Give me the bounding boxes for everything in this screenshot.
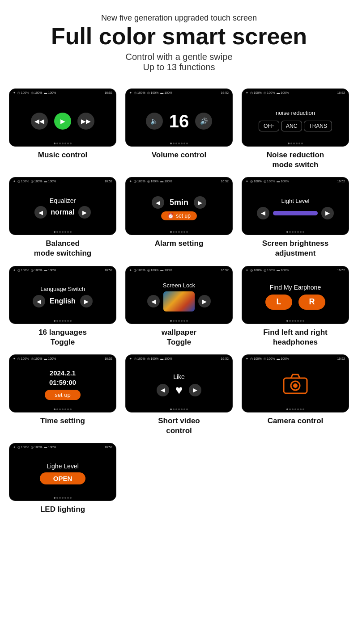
play-button[interactable]: ▶ [54,113,71,130]
status-bar-2: ✦ ◷ 100% ◎ 100% ▬ 100% 16:52 [126,91,232,95]
cell-brightness: ✦ ◷ 100% ◎ 100% ▬ 100% 16:52 Light Level… [239,177,351,258]
screen-video: ✦ ◷ 100% ◎ 100% ▬ 100% 16:52 Like ◀ ♥ ▶ [125,354,233,412]
cell-wallpaper: ✦ ◷ 100% ◎ 100% ▬ 100% 16:52 Screen Lock… [123,266,235,347]
noise-anc-button[interactable]: ANC [281,121,302,131]
time-content: 2024.2.1 01:59:00 set up [45,369,80,400]
wallpaper-prev-button[interactable]: ◀ [147,295,160,307]
next-button[interactable]: ▶▶ [77,113,94,130]
lang-value: English [50,297,76,305]
alarm-next-button[interactable]: ▶ [194,196,206,209]
screen-music: ✦ ◷ 100% ◎ 100% ▬ 100% 16:52 ◀◀ ▶ ▶▶ [9,88,116,147]
find-title: Find My Earphone [270,284,321,291]
led-open-button[interactable]: OPEN [40,472,86,484]
cell-video: ✦ ◷ 100% ◎ 100% ▬ 100% 16:52 Like ◀ ♥ ▶ … [123,354,235,436]
video-prev-button[interactable]: ◀ [157,384,169,396]
label-equalizer: Balancedmode switching [34,239,91,258]
page-desc1: Control with a gentle swipe [51,52,307,62]
status-bar-12: ✦ ◷ 100% ◎ 100% ▬ 100% 16:52 [242,357,349,361]
dots-bar-5 [170,231,188,233]
wallpaper-next-button[interactable]: ▶ [198,295,211,307]
label-brightness: Screen brightnessadjustment [262,239,328,258]
lang-content: Language Switch ◀ English ▶ [33,286,93,307]
label-volume: Volume control [152,150,206,160]
find-left-button[interactable]: L [265,295,292,310]
label-camera: Camera control [268,416,324,426]
alarm-row: ◀ 5min ▶ [152,196,206,209]
page-header: New five generation upgraded touch scree… [51,13,307,72]
page-subtitle: New five generation upgraded touch scree… [51,13,307,23]
cell-find: ✦ ◷ 100% ◎ 100% ▬ 100% 16:52 Find My Ear… [239,266,351,347]
status-bar-11: ✦ ◷ 100% ◎ 100% ▬ 100% 16:52 [126,357,232,361]
volume-display: 🔈 16 🔊 [146,111,213,131]
alarm-setup-button[interactable]: ⏰ set up [161,211,197,220]
eq-row: ◀ normal ▶ [34,206,90,219]
vol-up-button[interactable]: 🔊 [195,113,212,130]
find-right-button[interactable]: R [298,295,325,310]
cell-noise: ✦ ◷ 100% ◎ 100% ▬ 100% 16:52 noise reduc… [239,88,351,170]
wallpaper-preview [163,291,195,311]
led-content: Lighe Level OPEN [40,463,86,484]
status-bar-10: ✦ ◷ 100% ◎ 100% ▬ 100% 16:52 [9,357,116,361]
lang-title: Language Switch [40,286,85,292]
label-time: Time setting [40,416,85,426]
noise-trans-button[interactable]: TRANS [304,121,332,131]
like-content: Like ◀ ♥ ▶ [157,373,202,397]
alarm-prev-button[interactable]: ◀ [152,196,164,209]
eq-next-button[interactable]: ▶ [78,206,91,219]
light-title: Light Level [281,198,310,204]
lang-next-button[interactable]: ▶ [80,295,93,307]
vol-down-button[interactable]: 🔈 [146,113,163,130]
status-bar: ✦ ◷ 100% ◎ 100% ▬ 100% 16:52 [9,91,116,95]
alarm-content: ◀ 5min ▶ ⏰ set up [152,196,206,220]
noise-off-button[interactable]: OFF [259,121,279,131]
dots-bar-6 [286,231,304,233]
noise-content: noise reduction OFF ANC TRANS [259,109,332,131]
lang-prev-button[interactable]: ◀ [33,295,45,307]
brightness-up-button[interactable]: ▶ [321,207,334,219]
status-bar-9: ✦ ◷ 100% ◎ 100% ▬ 100% 16:52 [242,269,349,272]
find-content: Find My Earphone L R [265,284,325,310]
eq-title: Equalizer [50,197,76,204]
dots-bar-3 [288,143,303,144]
status-bar-8: ✦ ◷ 100% ◎ 100% ▬ 100% 16:52 [126,269,232,272]
dots-bar [54,143,72,144]
wall-img-row: ◀ ▶ [147,291,211,311]
label-music: Music control [38,150,88,160]
led-title: Lighe Level [47,463,79,470]
brightness-down-button[interactable]: ◀ [257,207,269,219]
music-controls: ◀◀ ▶ ▶▶ [31,113,94,130]
screen-time: ✦ ◷ 100% ◎ 100% ▬ 100% 16:52 2024.2.1 01… [9,354,116,412]
wallpaper-title: Screen Lock [163,282,195,289]
like-title: Like [173,373,185,380]
screen-volume: ✦ ◷ 100% ◎ 100% ▬ 100% 16:52 🔈 16 🔊 [125,88,233,147]
volume-number: 16 [169,111,189,131]
status-bar-3: ✦ ◷ 100% ◎ 100% ▬ 100% 16:52 [242,91,349,95]
noise-title: noise reduction [276,109,315,116]
label-led: LED lighting [40,505,85,514]
light-bar-row: ◀ ▶ [257,207,334,219]
brightness-bar [273,211,318,215]
cell-volume: ✦ ◷ 100% ◎ 100% ▬ 100% 16:52 🔈 16 🔊 Volu… [123,88,235,170]
wallpaper-content: Screen Lock ◀ ▶ [147,282,211,311]
eq-value: normal [51,208,74,216]
svg-point-2 [293,383,298,388]
dots-bar-9 [286,320,304,322]
cell-led: ✦ ◷ 100% ◎ 100% ▬ 100% 16:52 Lighe Level… [7,443,119,514]
status-bar-6: ✦ ◷ 100% ◎ 100% ▬ 100% 16:52 [242,180,349,183]
dots-bar-10 [54,408,72,410]
prev-button[interactable]: ◀◀ [31,113,48,130]
time-setup-button[interactable]: set up [45,390,80,400]
screen-wallpaper: ✦ ◷ 100% ◎ 100% ▬ 100% 16:52 Screen Lock… [125,266,233,324]
dots-bar-12 [286,408,304,410]
screen-led: ✦ ◷ 100% ◎ 100% ▬ 100% 16:52 Lighe Level… [9,443,116,501]
alarm-time: 5min [170,198,188,207]
page-title: Full color smart screen [51,24,307,49]
cell-time: ✦ ◷ 100% ◎ 100% ▬ 100% 16:52 2024.2.1 01… [7,354,119,436]
lang-row: ◀ English ▶ [33,295,93,307]
status-bar-13: ✦ ◷ 100% ◎ 100% ▬ 100% 16:52 [9,446,116,449]
video-next-button[interactable]: ▶ [189,384,201,396]
eq-prev-button[interactable]: ◀ [34,206,47,219]
cell-equalizer: ✦ ◷ 100% ◎ 100% ▬ 100% 16:52 Equalizer ◀… [7,177,119,258]
dots-bar-2 [170,143,188,144]
dots-bar-11 [170,408,188,410]
